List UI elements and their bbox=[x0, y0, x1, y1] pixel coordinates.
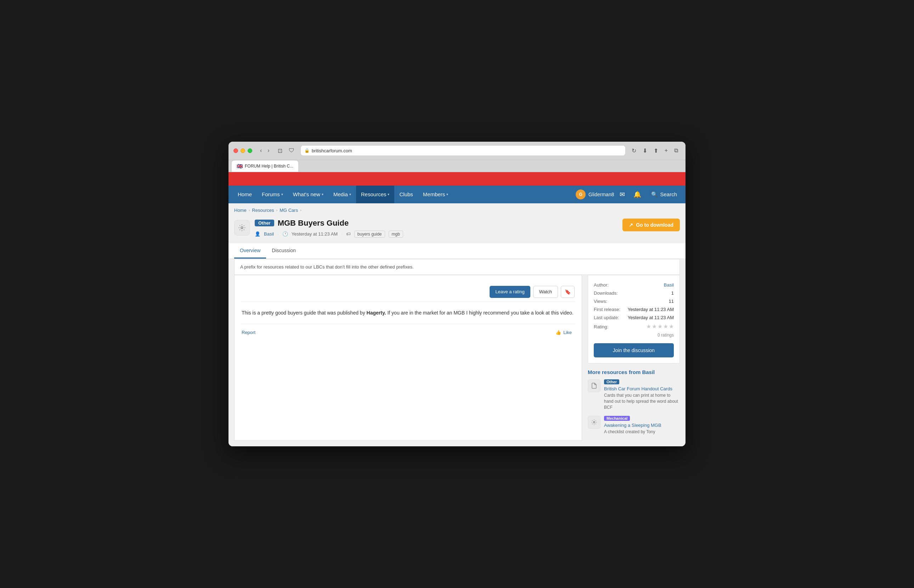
windows-icon[interactable]: ⧉ bbox=[672, 146, 681, 155]
breadcrumb-resources[interactable]: Resources bbox=[252, 208, 274, 213]
nav-members[interactable]: Members ▾ bbox=[418, 186, 454, 204]
go-to-download-button[interactable]: ↗ Go to download bbox=[622, 218, 680, 231]
join-discussion-button[interactable]: Join the discussion bbox=[594, 343, 674, 357]
new-tab-icon[interactable]: + bbox=[662, 146, 670, 155]
rating-label: Rating: bbox=[594, 324, 608, 330]
nav-media[interactable]: Media ▾ bbox=[328, 186, 356, 204]
breadcrumb-home[interactable]: Home bbox=[234, 208, 247, 213]
last-update-value: Yesterday at 11:23 AM bbox=[628, 315, 674, 320]
resource-item-2-icon bbox=[588, 416, 601, 429]
shield-icon[interactable]: 🛡 bbox=[286, 146, 297, 155]
body-text-1: This is a pretty good buyers guide that … bbox=[242, 310, 367, 316]
resource-1-title-text: British Car Forum Handout Cards bbox=[604, 386, 672, 391]
resource-title: Other MGB Buyers Guide bbox=[255, 218, 403, 228]
nav-buttons: ‹ › bbox=[258, 146, 272, 155]
breadcrumb-mg-cars[interactable]: MG Cars bbox=[279, 208, 298, 213]
breadcrumb: Home › Resources › MG Cars › bbox=[228, 204, 686, 217]
star-3[interactable]: ★ bbox=[657, 323, 662, 330]
resource-title-text: MGB Buyers Guide bbox=[278, 218, 349, 228]
fullscreen-window-button[interactable] bbox=[248, 149, 252, 153]
nav-home[interactable]: Home bbox=[233, 186, 257, 204]
action-bar: Leave a rating Watch 🔖 bbox=[242, 282, 575, 302]
download-btn-label: Go to download bbox=[636, 222, 673, 228]
minimize-window-button[interactable] bbox=[241, 149, 245, 153]
last-update-label: Last update: bbox=[594, 315, 619, 320]
back-button[interactable]: ‹ bbox=[258, 146, 264, 155]
bell-icon[interactable]: 🔔 bbox=[631, 189, 644, 200]
resource-item-1-icon bbox=[588, 380, 601, 392]
resource-item-2-info: Mechanical Awakening a Sleeping MGB A ch… bbox=[604, 416, 680, 435]
star-2[interactable]: ★ bbox=[652, 323, 657, 330]
star-5[interactable]: ★ bbox=[669, 323, 674, 330]
tab-bar: 🇬🇧 FORUM Help | British C... bbox=[228, 160, 686, 172]
downloads-value: 1 bbox=[671, 291, 674, 296]
tag-icon: 🏷 bbox=[346, 231, 351, 237]
bookmark-button[interactable]: 🔖 bbox=[561, 286, 575, 298]
resource-type-icon bbox=[234, 220, 250, 236]
search-button[interactable]: 🔍 Search bbox=[647, 189, 681, 200]
report-link[interactable]: Report bbox=[242, 330, 255, 335]
nav-media-label: Media bbox=[333, 191, 348, 197]
url-text: britishcarforum.com bbox=[312, 148, 352, 153]
forums-dropdown-icon: ▾ bbox=[281, 192, 283, 196]
active-tab[interactable]: 🇬🇧 FORUM Help | British C... bbox=[231, 160, 299, 172]
download-icon[interactable]: ⬇ bbox=[640, 146, 650, 155]
main-layout: Leave a rating Watch 🔖 This is a pretty … bbox=[234, 275, 680, 441]
username-label[interactable]: Gliderman8 bbox=[588, 192, 614, 197]
forward-button[interactable]: › bbox=[265, 146, 271, 155]
mail-icon[interactable]: ✉ bbox=[617, 189, 628, 200]
nav-clubs[interactable]: Clubs bbox=[394, 186, 418, 204]
watch-button[interactable]: Watch bbox=[533, 286, 558, 298]
tag-mgb[interactable]: mgb bbox=[389, 231, 403, 237]
star-1[interactable]: ★ bbox=[646, 323, 651, 330]
like-button[interactable]: 👍 Like bbox=[553, 328, 575, 336]
clock-icon: 🕐 bbox=[283, 231, 288, 237]
breadcrumb-sep-3: › bbox=[300, 208, 302, 212]
author-link[interactable]: Basil bbox=[264, 231, 274, 237]
resource-tabs: Overview Discussion bbox=[228, 243, 686, 259]
meta-downloads-row: Downloads: 1 bbox=[594, 289, 674, 297]
avatar[interactable]: G bbox=[576, 189, 586, 199]
resources-dropdown-icon: ▾ bbox=[388, 192, 389, 196]
nav-clubs-label: Clubs bbox=[399, 191, 413, 197]
tab-discussion-label: Discussion bbox=[272, 247, 296, 253]
body-text-2: If you are in the market for an MGB I hi… bbox=[386, 310, 573, 316]
meta-views-row: Views: 11 bbox=[594, 297, 674, 305]
resource-badge[interactable]: Other bbox=[255, 220, 274, 226]
resource-2-title-text: Awakening a Sleeping MGB bbox=[604, 423, 661, 428]
close-window-button[interactable] bbox=[233, 149, 238, 153]
resource-item-1-title[interactable]: Other British Car Forum Handout Cards bbox=[604, 380, 680, 391]
body-bold: Hagerty. bbox=[367, 310, 386, 316]
breadcrumb-sep-2: › bbox=[276, 208, 278, 212]
watch-label: Watch bbox=[539, 289, 552, 294]
tab-discussion[interactable]: Discussion bbox=[266, 243, 302, 258]
downloads-label: Downloads: bbox=[594, 291, 618, 296]
resource-item-2-title[interactable]: Mechanical Awakening a Sleeping MGB bbox=[604, 416, 680, 428]
media-dropdown-icon: ▾ bbox=[349, 192, 351, 196]
meta-first-release-row: First release: Yesterday at 11:23 AM bbox=[594, 305, 674, 313]
address-bar[interactable]: 🔒 britishcarforum.com bbox=[300, 145, 626, 156]
search-icon: 🔍 bbox=[651, 191, 658, 198]
leave-rating-label: Leave a rating bbox=[495, 289, 524, 294]
tab-overview[interactable]: Overview bbox=[234, 243, 266, 258]
author-value: Basil bbox=[664, 282, 674, 288]
leave-rating-button[interactable]: Leave a rating bbox=[489, 286, 530, 298]
nav-resources[interactable]: Resources ▾ bbox=[356, 186, 395, 204]
tab-overview-icon[interactable]: ⊡ bbox=[275, 146, 285, 155]
star-4[interactable]: ★ bbox=[663, 323, 668, 330]
tab-overview-label: Overview bbox=[240, 247, 260, 253]
share-icon[interactable]: ⬆ bbox=[651, 146, 661, 155]
search-label: Search bbox=[660, 191, 677, 197]
main-nav: Home Forums ▾ What's new ▾ Media ▾ Resou… bbox=[228, 186, 686, 204]
author-value-link[interactable]: Basil bbox=[664, 282, 674, 288]
article-body: This is a pretty good buyers guide that … bbox=[242, 302, 575, 324]
prefix-note: A prefix for resources related to our LB… bbox=[234, 259, 680, 275]
refresh-icon[interactable]: ↻ bbox=[629, 146, 639, 155]
thumbs-up-icon: 👍 bbox=[556, 330, 561, 335]
nav-whats-new[interactable]: What's new ▾ bbox=[288, 186, 328, 204]
ratings-count: 0 ratings bbox=[594, 333, 674, 338]
nav-resources-label: Resources bbox=[361, 191, 386, 197]
nav-forums[interactable]: Forums ▾ bbox=[257, 186, 288, 204]
tag-buyers-guide[interactable]: buyers guide bbox=[354, 231, 385, 237]
resource-header: Other MGB Buyers Guide 👤 Basil · 🕐 Yeste… bbox=[228, 217, 686, 243]
